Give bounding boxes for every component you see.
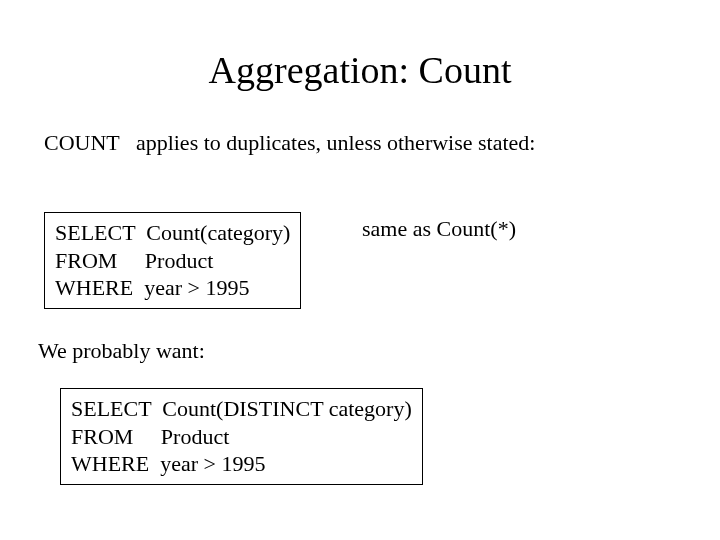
query2-line1: SELECT Count(DISTINCT category) xyxy=(71,395,412,423)
query-box-2: SELECT Count(DISTINCT category) FROM Pro… xyxy=(60,388,423,485)
annotation-text: same as Count(*) xyxy=(362,216,516,242)
query1-line1: SELECT Count(category) xyxy=(55,219,290,247)
query2-line2: FROM Product xyxy=(71,423,412,451)
subtext: We probably want: xyxy=(38,338,205,364)
intro-text: COUNT applies to duplicates, unless othe… xyxy=(0,92,720,156)
query-box-1: SELECT Count(category) FROM Product WHER… xyxy=(44,212,301,309)
query2-line3: WHERE year > 1995 xyxy=(71,450,412,478)
query1-line2: FROM Product xyxy=(55,247,290,275)
query1-line3: WHERE year > 1995 xyxy=(55,274,290,302)
slide-title: Aggregation: Count xyxy=(0,0,720,92)
